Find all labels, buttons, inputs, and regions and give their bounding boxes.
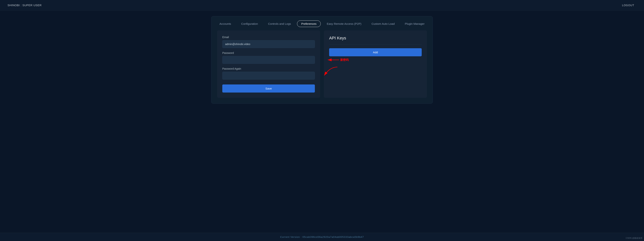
main-card: Accounts Configuration Controls and Logs… bbox=[211, 16, 433, 104]
password-again-input[interactable] bbox=[222, 72, 315, 80]
version-text: Current Version : 05cab396cd36a2920a7a04… bbox=[280, 236, 364, 238]
tab-preferences[interactable]: Preferences bbox=[297, 20, 321, 27]
tab-configuration[interactable]: Configuration bbox=[237, 21, 262, 27]
password-again-group: Password Again bbox=[222, 67, 315, 80]
main-content: Accounts Configuration Controls and Logs… bbox=[0, 10, 644, 233]
tab-plugin-manager[interactable]: Plugin Manager bbox=[401, 21, 429, 27]
tab-content: Email Password bbox=[212, 30, 432, 98]
app-title: SHINOBI : SUPER USER bbox=[8, 4, 42, 7]
tab-nav: Accounts Configuration Controls and Logs… bbox=[212, 16, 432, 30]
save-button[interactable]: Save bbox=[222, 84, 315, 92]
tab-accounts[interactable]: Accounts bbox=[215, 21, 235, 27]
email-input[interactable] bbox=[222, 40, 315, 48]
password-again-field-wrapper bbox=[222, 72, 315, 80]
password-group: Password bbox=[222, 52, 315, 64]
tab-custom-auto-load[interactable]: Custom Auto Load bbox=[368, 21, 399, 27]
topbar: SHINOBI : SUPER USER LOGOUT bbox=[0, 0, 644, 10]
logout-button[interactable]: LOGOUT bbox=[620, 3, 636, 8]
email-group: Email bbox=[222, 36, 315, 48]
password-input[interactable] bbox=[222, 56, 315, 64]
email-label: Email bbox=[222, 36, 315, 39]
add-api-key-button[interactable]: Add bbox=[329, 48, 422, 56]
password-field-wrapper: 新密码 bbox=[222, 56, 315, 64]
tab-easy-remote-access[interactable]: Easy Remote Access (P2P) bbox=[322, 21, 365, 27]
api-keys-panel: API Keys Add bbox=[324, 30, 427, 98]
divider bbox=[329, 44, 422, 44]
preferences-form-panel: Email Password bbox=[217, 30, 320, 98]
password-label: Password bbox=[222, 52, 315, 54]
tab-controls-and-logs[interactable]: Controls and Logs bbox=[264, 21, 295, 27]
password-again-label: Password Again bbox=[222, 67, 315, 70]
api-keys-title: API Keys bbox=[329, 36, 422, 40]
watermark: CSDN @杨诶诶苏 bbox=[626, 237, 642, 240]
footer: Current Version : 05cab396cd36a2920a7a04… bbox=[0, 233, 644, 241]
